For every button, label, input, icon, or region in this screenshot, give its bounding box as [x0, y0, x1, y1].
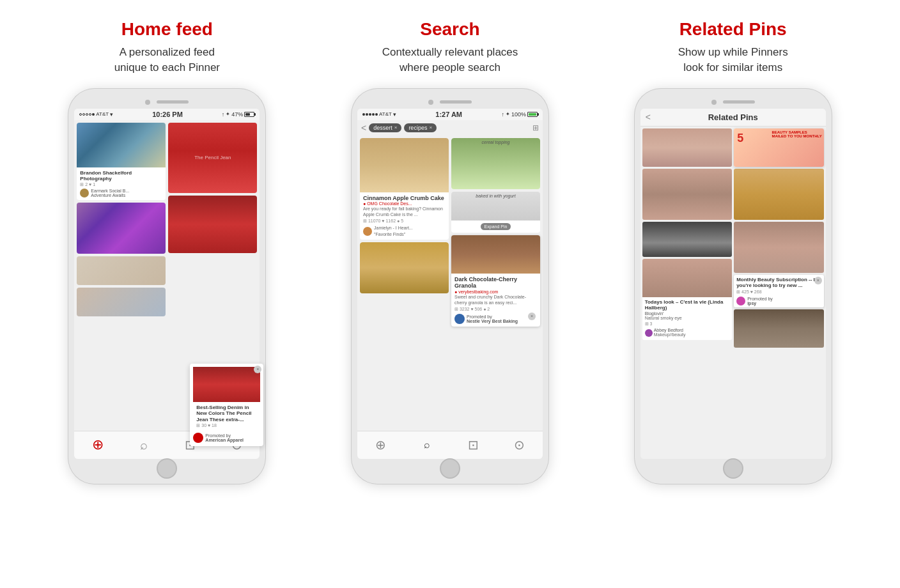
masonry-col-left: Brandon Shackelford Photography ⊞ 2 ♥ 1 … [77, 123, 166, 428]
pin-cinnamon-apple[interactable]: Cinnamon Apple Crumb Cake ● OMG Chocolat… [360, 138, 449, 240]
nav-search-icon-1[interactable]: ⌕ [136, 437, 152, 453]
pin-dark-choc-granola[interactable]: Dark Chocolate-Cherry Granola ● verybest… [451, 235, 540, 327]
battery-pct-1: 47% [231, 111, 243, 118]
search-back-btn[interactable]: < [361, 123, 366, 133]
search-tag-dessert-x[interactable]: × [394, 125, 398, 130]
pin-img-landscape [77, 123, 166, 167]
phone-bottom-bar-1 [74, 459, 260, 478]
pin-cinnamon-site: ● OMG Chocolate Des... [363, 201, 446, 206]
pin-avatar-abbey [645, 329, 653, 337]
promoted-card-american-apparel[interactable]: × Best-Selling Denim in New Colors The P… [190, 364, 260, 431]
related-content[interactable]: Todays look – C'est la vie (Linda Hallbe… [640, 127, 826, 459]
related-back-btn[interactable]: < [646, 112, 651, 122]
pin-card-landscape[interactable]: Brandon Shackelford Photography ⊞ 2 ♥ 1 … [77, 123, 166, 200]
pin-user-jamielyn-sub: "Favorite Finds" [374, 232, 413, 237]
phone-screen-3: < Related Pins Todays look – [640, 109, 826, 459]
status-bar-2: AT&T ▾ 1:27 AM ↑ ✦ 100% [357, 109, 543, 120]
search-bar-area[interactable]: < dessert × recipes × ⊞ [357, 120, 543, 135]
main-container: Home feed A personalized feedunique to e… [0, 0, 900, 484]
pin-cinnamon-counts: ⊞ 11070 ♥ 1162 ● 5 [363, 219, 446, 224]
promoted-close-granola[interactable]: × [528, 313, 536, 320]
pin-granola-site: ● verybestbaking.com [454, 290, 537, 294]
pin-card-small-2[interactable] [77, 288, 166, 316]
pin-card-textile[interactable] [77, 203, 166, 254]
nav-home-icon[interactable]: ⊕ [89, 437, 106, 453]
pin-user-abbey-sub: Makeup//beauty [654, 332, 686, 337]
search-tag-recipes-x[interactable]: × [429, 125, 432, 130]
promoted-close-ipsy[interactable]: × [814, 277, 822, 284]
pin-img-portrait: The Pencil Jean [168, 123, 257, 193]
pin-cereal-topping[interactable]: cereal topping [451, 138, 540, 189]
pin-monthly-beauty[interactable]: × Monthly Beauty Subscription -- If you'… [734, 275, 824, 307]
nav-profile-icon-2[interactable]: ⊙ [511, 437, 528, 453]
status-time-2: 1:27 AM [435, 111, 462, 118]
pin-card-portrait[interactable]: The Pencil Jean [168, 123, 257, 193]
search-content[interactable]: Cinnamon Apple Crumb Cake ● OMG Chocolat… [357, 135, 543, 431]
nav-messages-icon-2[interactable]: ⊡ [465, 437, 481, 453]
phone-bottom-bar-2 [357, 459, 543, 478]
search-tag-dessert-label: dessert [373, 125, 392, 131]
phone-home-btn-3[interactable] [723, 458, 743, 479]
ipsy-logo [736, 297, 745, 306]
camera-dot-3 [711, 100, 717, 105]
r-img-eyes [642, 128, 733, 167]
expand-pin-btn[interactable]: Expand Pin [481, 223, 511, 230]
phone-home-btn-2[interactable] [440, 458, 460, 479]
pin-title-photo: Brandon Shackelford Photography [80, 170, 162, 182]
nav-bar-2: ⊕ ⌕ ⊡ ⊙ [357, 431, 543, 459]
promoted-close-btn[interactable]: × [254, 366, 260, 373]
phone-bottom-bar-3 [640, 459, 826, 478]
signal-dots-1 [79, 113, 95, 116]
phone-search: AT&T ▾ 1:27 AM ↑ ✦ 100% [351, 88, 549, 484]
camera-dot-1 [145, 100, 150, 105]
pin-beauty-samples[interactable]: 5 BEAUTY SAMPLESMAILED TO YOU MONTHLY [734, 128, 824, 167]
pin-todays-look[interactable]: Todays look – C'est la vie (Linda Hallbe… [642, 259, 733, 340]
pin-todays-look-desc: Natural smoky eye [645, 316, 730, 321]
related-header-title: Related Pins [708, 112, 758, 122]
pin-granola-desc: Sweet and crunchy Dark Chocolate-cherry … [454, 295, 537, 306]
r-col-right: 5 BEAUTY SAMPLESMAILED TO YOU MONTHLY × … [734, 128, 824, 457]
phone-screen-2: AT&T ▾ 1:27 AM ↑ ✦ 100% [357, 109, 543, 459]
home-feed-content[interactable]: Brandon Shackelford Photography ⊞ 2 ♥ 1 … [74, 120, 260, 431]
promoted-by-nestle: Promoted by [467, 314, 518, 319]
column-related-pins: Related Pins Show up while Pinnerslook f… [591, 19, 874, 484]
pin-user-sub-1: Adventure Awaits [91, 193, 129, 197]
r-img-palette [734, 309, 824, 348]
pin-card-small-1[interactable] [77, 256, 166, 285]
related-header: < Related Pins [640, 109, 826, 127]
promoted-badge-ipsy: Promoted by ipsy [736, 297, 821, 306]
promoted-by-ipsy: Promoted by [747, 297, 773, 301]
column-search: Search Contextually relevant placeswhere… [309, 19, 592, 484]
pin-todays-look-counts: ⊞ 3 [645, 321, 730, 327]
pin-yogurt[interactable]: baked in with yogurt Expand Pin [451, 192, 540, 233]
promoted-counts: ⊞ 30 ♥ 18 [196, 423, 257, 428]
pin-img-small-1 [77, 256, 166, 285]
phone-home-btn-1[interactable] [157, 458, 177, 479]
pin-user-jamielyn: Jamielyn - I Heart... [374, 226, 413, 231]
search-title: Search [420, 19, 479, 40]
nav-search-icon-2[interactable]: ⌕ [419, 437, 435, 453]
pin-user-1: Earmark Social B... [91, 189, 129, 193]
pin-monthly-beauty-counts: ⊞ 425 ♥ 268 [736, 290, 821, 295]
pin-granola-title: Dark Chocolate-Cherry Granola [454, 276, 537, 290]
pin-food3[interactable] [360, 242, 449, 293]
pin-cinnamon-title: Cinnamon Apple Crumb Cake [363, 195, 446, 202]
search-tag-recipes-label: recipes [408, 125, 427, 131]
pin-img-textile [77, 203, 166, 254]
pin-cereal-img: cereal topping [451, 138, 540, 189]
r-img-face2 [734, 222, 824, 273]
nav-home-icon-2[interactable]: ⊕ [372, 437, 389, 453]
column-home-feed: Home feed A personalized feedunique to e… [26, 19, 309, 484]
search-tag-recipes[interactable]: recipes × [404, 123, 437, 132]
search-tag-dessert[interactable]: dessert × [369, 123, 401, 132]
pin-counts-1: ⊞ 2 ♥ 1 [80, 182, 162, 187]
pin-card-person-red[interactable] [168, 196, 257, 253]
phone-related-pins: < Related Pins Todays look – [634, 88, 832, 484]
search-filter-icon[interactable]: ⊞ [532, 123, 539, 132]
pin-food3-img [360, 242, 449, 293]
beauty-number: 5 [737, 132, 743, 145]
pin-granola-counts: ⊞ 3232 ♥ 506 ● 2 [454, 307, 537, 312]
pin-monthly-beauty-title: Monthly Beauty Subscription -- If you're… [736, 277, 821, 289]
pin-img-person-red [168, 196, 257, 253]
camera-dot-2 [428, 100, 433, 105]
